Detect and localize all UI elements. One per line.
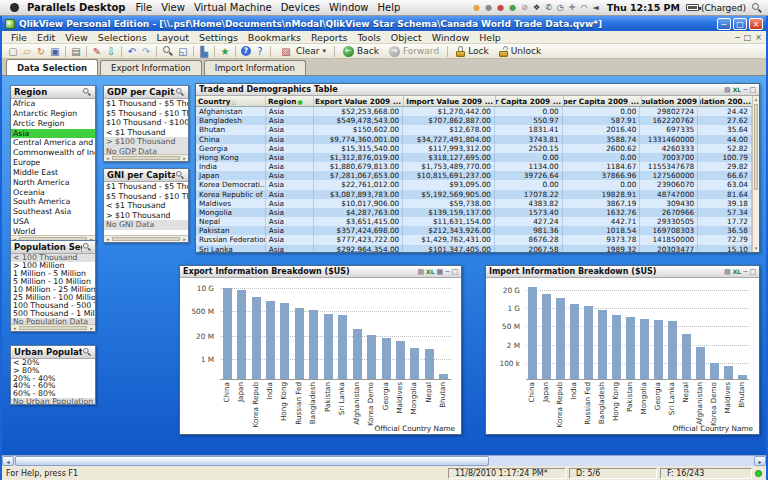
table-row[interactable]: MaldivesAsia$10,017,906.00$59,738.004383… [196,199,752,208]
table-caption-bar[interactable]: Trade and Demographics Table ▤XL─□ [196,84,759,96]
column-header-import[interactable]: Import Value 2009 ... [404,96,496,106]
scroll-right-icon[interactable]: ▸ [754,456,766,466]
macos-menu-view[interactable]: View [161,2,185,13]
macos-menu-file[interactable]: File [135,2,152,13]
mdi-close-button[interactable]: × [755,33,762,42]
listbox-caption[interactable]: Population Seg... [11,241,95,254]
menu-tools[interactable]: Tools [352,32,385,43]
listbox-item[interactable]: Middle East [11,168,95,178]
volume-icon[interactable]: ◄ [593,3,599,13]
gray-badge-icon[interactable]: ● [485,3,492,13]
table-row[interactable]: Russian FederationAsia$777,423,722.00$1,… [196,235,752,244]
listbox-item[interactable]: Africa [11,99,95,109]
listbox-item[interactable]: World [11,227,95,235]
table-row[interactable]: MongoliaAsia$4,287,763.00$139,159,137.00… [196,208,752,217]
bar-mongolia[interactable] [410,348,419,379]
bar-sri-lanka[interactable] [338,315,347,379]
chart-caption-bar[interactable]: Import Information Breakdown ($US) ▤XL─□ [486,266,759,278]
menu-layout[interactable]: Layout [152,32,194,43]
menu-window[interactable]: Window [427,32,474,43]
listbox-horizontal-scrollbar[interactable]: ◂▸ [11,324,95,331]
scroll-thumb[interactable] [754,104,758,190]
scroll-left-icon[interactable]: ◂ [104,236,111,242]
clear-button[interactable]: ▨ Clear ▾ [274,45,331,58]
print-icon[interactable]: ▤ [724,267,731,277]
listbox-item[interactable]: 500 Thousand - 1 Million [11,310,95,318]
listbox-item[interactable]: 5 Million - 10 Million [11,278,95,286]
table-row[interactable]: PakistanAsia$357,424,698.00$212,343,926.… [196,226,752,235]
edit-sheet-icon[interactable]: ✎ [90,45,104,58]
listbox-caption[interactable]: GDP per Capita ... [104,86,188,99]
menu-settings[interactable]: Settings [194,32,243,43]
listbox-item[interactable]: < $1 Thousand [104,128,188,138]
listbox-item[interactable]: Commonwealth of Independe [11,148,95,158]
column-header-gdp[interactable]: GDP per Capita 2009 ... [496,96,564,106]
column-header-urban[interactable]: Urban Population 200... [700,96,754,106]
maximize-icon[interactable]: □ [451,267,458,277]
fastchange-icon[interactable]: ▦ [437,267,444,277]
listbox-item[interactable]: No GDP Data [104,147,188,155]
listbox-item[interactable]: $5 Thousand - $10 Thousand [104,192,188,202]
bar-korea-repub[interactable] [252,297,261,379]
open-file-icon[interactable]: ▱ [20,45,34,58]
listbox-caption[interactable]: GNI per Capita ... [104,169,188,182]
listbox-item[interactable]: 25 Million - 100 Million [11,294,95,302]
listbox-item[interactable]: No GNI Data [104,220,188,230]
chart-caption-bar[interactable]: Export Information Breakdown ($US) ▤XL▦─… [180,266,461,278]
scroll-right-icon[interactable]: ▸ [181,236,188,242]
bar-korea-demo[interactable] [367,335,376,379]
bar-afghanistan[interactable] [696,347,705,379]
table-row[interactable]: BhutanAsia$150,602.00$12,678.001831.4120… [196,125,752,134]
scroll-down-icon[interactable]: ▾ [753,245,759,252]
macos-menu-virtual-machine[interactable]: Virtual Machine [194,2,272,13]
table-row[interactable]: Hong KongAsia$1,312,876,019.00$318,127,6… [196,153,752,162]
listbox-item[interactable]: > $10 Thousand [104,211,188,221]
excel-icon[interactable]: XL [733,85,741,95]
menu-bookmarks[interactable]: Bookmarks [243,32,306,43]
menu-help[interactable]: Help [474,32,506,43]
tab-data-selection[interactable]: Data Selection [6,59,98,75]
listbox-item[interactable]: < $1 Thousand [104,201,188,211]
back-button[interactable]: ← Back [338,46,384,57]
bar-bhutan[interactable] [738,375,747,379]
macos-menu-help[interactable]: Help [378,2,401,13]
bar-maldives[interactable] [396,341,405,379]
excel-icon[interactable]: XL [733,267,741,277]
bar-hong-kong[interactable] [612,315,621,380]
search-icon[interactable] [83,88,91,96]
bar-afghanistan[interactable] [353,329,362,379]
search-icon[interactable] [176,171,184,179]
time-machine-icon[interactable]: ◷ [557,3,564,13]
restore-button[interactable]: □ [733,18,747,30]
listbox-item[interactable]: $1 Thousand - $5 Thousand [104,182,188,192]
lock-button[interactable]: Lock [451,46,494,57]
table-row[interactable]: ChinaAsia$9,774,360,001.00$34,727,491,80… [196,135,752,144]
bar-hong-kong[interactable] [280,303,289,379]
maximize-icon[interactable]: □ [749,267,756,277]
tab-import-information[interactable]: Import Information [204,60,306,75]
listbox-item[interactable]: 100 Thousand - 500 Thousan [11,302,95,310]
menu-edit[interactable]: Edit [32,32,60,43]
listbox-item[interactable]: Arctic Region [11,119,95,129]
undo-icon[interactable]: ↶ [125,45,139,58]
minimize-icon[interactable]: ─ [743,267,747,277]
do-not-disturb-icon[interactable]: ⊘ [521,3,528,13]
listbox-item[interactable]: 40% - 60% [11,382,95,390]
spotlight-search-icon[interactable] [752,3,762,13]
bar-china[interactable] [223,288,232,379]
security-badge-icon[interactable]: ● [497,3,504,13]
save-icon[interactable]: ▣ [48,45,62,58]
scroll-thumb[interactable] [112,156,180,160]
bar-bangladesh[interactable] [309,310,318,379]
bar-russian-fed[interactable] [584,306,593,379]
scroll-right-icon[interactable]: ▸ [181,155,188,161]
macos-menu-devices[interactable]: Devices [281,2,320,13]
scroll-left-icon[interactable]: ◂ [104,155,111,161]
menu-reports[interactable]: Reports [306,32,352,43]
listbox-item[interactable]: Central America and the Carib [11,138,95,148]
table-row[interactable]: AfghanistanAsia$52,253,668.00$1,270,442.… [196,107,752,116]
listbox-item[interactable]: Oceania [11,188,95,198]
apple-logo-icon[interactable] [10,3,19,12]
scroll-thumb[interactable] [15,456,489,466]
bar-bhutan[interactable] [439,374,448,379]
